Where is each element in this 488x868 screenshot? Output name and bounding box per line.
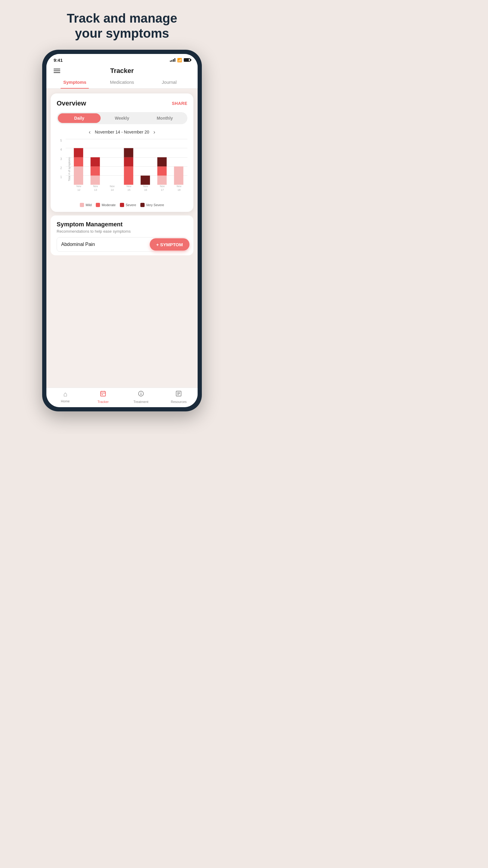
period-toggle: Daily Weekly Monthly [57, 112, 187, 124]
hamburger-button[interactable] [54, 69, 60, 73]
svg-rect-8 [124, 148, 133, 157]
treatment-icon [138, 390, 144, 399]
share-button[interactable]: SHARE [172, 101, 187, 106]
bottom-nav: ⌂ Home Tracker [46, 388, 198, 407]
app-header: Tracker [46, 64, 198, 76]
wifi-icon: 📶 [177, 58, 182, 62]
home-label: Home [61, 399, 70, 403]
resources-icon [175, 390, 182, 399]
date-range-label: November 14 - November 20 [95, 130, 150, 134]
symptom-mgmt-subtitle: Recommendations to help ease symptoms [57, 229, 187, 234]
x-labels: Nov12 Nov13 Nov14 Nov15 Nov16 Nov17 Nov1… [70, 185, 187, 192]
x-label-nov17: Nov17 [160, 185, 165, 192]
svg-rect-2 [74, 148, 83, 157]
y-tick-3: 3 [60, 157, 62, 161]
y-tick-4: 4 [60, 148, 62, 151]
treatment-label: Treatment [133, 400, 149, 404]
period-monthly[interactable]: Monthly [143, 113, 186, 123]
date-navigation: ‹ November 14 - November 20 › [57, 129, 187, 135]
svg-rect-12 [157, 157, 167, 166]
legend-very-severe: Very Severe [140, 203, 164, 207]
status-time: 9:41 [54, 58, 63, 63]
nav-home[interactable]: ⌂ Home [46, 390, 84, 404]
x-label-nov13: Nov13 [93, 185, 98, 192]
legend-mild: Mild [80, 203, 92, 207]
chart-svg [70, 139, 187, 185]
next-date-button[interactable]: › [153, 129, 155, 135]
x-label-nov18: Nov18 [176, 185, 181, 192]
symptom-row: Abdominal Pain + SYMPTOM [57, 237, 187, 252]
svg-rect-10 [157, 176, 167, 184]
svg-rect-13 [174, 166, 184, 185]
phone-screen: 9:41 📶 Tracker Symptoms [46, 54, 198, 407]
overview-card: Overview SHARE Daily Weekly Monthly [51, 93, 193, 212]
svg-rect-9 [141, 176, 150, 184]
add-symptom-button[interactable]: + SYMPTOM [150, 238, 190, 250]
y-tick-2: 2 [60, 166, 62, 170]
resources-label: Resources [171, 400, 187, 404]
chart-legend: Mild Moderate Severe Very Severe [57, 203, 187, 207]
nav-resources[interactable]: Resources [160, 390, 198, 404]
svg-rect-1 [74, 157, 83, 166]
home-icon: ⌂ [63, 390, 67, 398]
svg-rect-4 [91, 166, 100, 176]
svg-rect-3 [91, 176, 100, 184]
hero-title: Track and manage your symptoms [67, 11, 177, 41]
tab-symptoms[interactable]: Symptoms [51, 76, 98, 88]
x-label-nov16: Nov16 [143, 185, 148, 192]
symptom-mgmt-title: Symptom Management [57, 221, 187, 228]
legend-moderate: Moderate [96, 203, 116, 207]
signal-icon [170, 58, 175, 62]
svg-rect-18 [102, 394, 103, 395]
nav-treatment[interactable]: Treatment [122, 390, 160, 404]
battery-icon [184, 58, 190, 62]
status-icons: 📶 [170, 58, 190, 62]
y-tick-1: 1 [60, 176, 62, 179]
svg-rect-7 [124, 157, 133, 166]
svg-rect-14 [101, 391, 106, 396]
screen-content: Overview SHARE Daily Weekly Monthly [46, 89, 198, 388]
chart-inner: 5 4 3 2 1 [66, 139, 187, 192]
tracker-label: Tracker [98, 400, 109, 404]
y-tick-5: 5 [60, 139, 62, 142]
overview-title: Overview [57, 99, 86, 107]
tab-bar: Symptoms Medications Journal [46, 76, 198, 89]
prev-date-button[interactable]: ‹ [89, 129, 91, 135]
symptom-management-section: Symptom Management Recommendations to he… [51, 216, 193, 255]
phone-frame: 9:41 📶 Tracker Symptoms [42, 50, 202, 411]
period-weekly[interactable]: Weekly [101, 113, 143, 123]
overview-header: Overview SHARE [57, 99, 187, 107]
x-label-nov15: Nov15 [127, 185, 131, 192]
svg-rect-0 [74, 166, 83, 185]
nav-tracker[interactable]: Tracker [84, 390, 122, 404]
legend-severe: Severe [120, 203, 136, 207]
x-label-nov14: Nov14 [110, 185, 115, 192]
tracker-icon [100, 390, 106, 399]
x-label-nov12: Nov12 [76, 185, 82, 192]
app-title: Tracker [60, 67, 184, 75]
svg-rect-6 [124, 166, 133, 185]
svg-rect-5 [91, 157, 100, 166]
chart-area: Total # of symptoms 5 4 3 2 [57, 139, 187, 199]
symptom-name: Abdominal Pain [61, 242, 95, 247]
tab-journal[interactable]: Journal [145, 76, 193, 88]
period-daily[interactable]: Daily [58, 113, 101, 123]
tab-medications[interactable]: Medications [98, 76, 146, 88]
status-bar: 9:41 📶 [46, 54, 198, 64]
svg-rect-11 [157, 166, 167, 176]
